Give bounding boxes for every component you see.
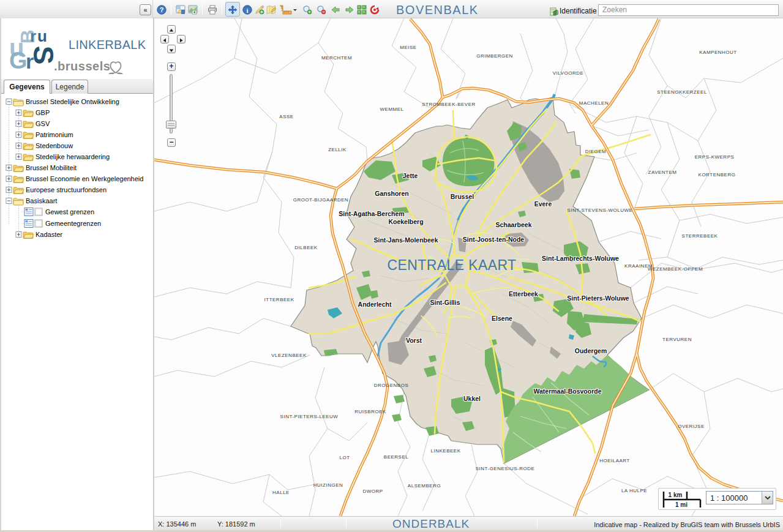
svg-text:ZELLIK: ZELLIK (328, 147, 347, 152)
svg-text:CENTRALE KAART: CENTRALE KAART (388, 257, 517, 273)
svg-text:KORTENBERG: KORTENBERG (699, 172, 736, 178)
svg-text:SINT-STEVENS-WOLUWE: SINT-STEVENS-WOLUWE (568, 208, 633, 213)
svg-text:ERPS-KWERPS: ERPS-KWERPS (695, 154, 735, 160)
svg-text:WEMMEL: WEMMEL (380, 107, 404, 112)
svg-text:VILVOORDE: VILVOORDE (553, 70, 584, 76)
svg-text:LOT: LOT (339, 455, 350, 460)
svg-text:DROGENBOS: DROGENBOS (374, 383, 409, 388)
svg-text:TERVUREN: TERVUREN (662, 337, 692, 342)
svg-text:Sint-Agatha-Berchem: Sint-Agatha-Berchem (339, 210, 404, 217)
svg-text:u: u (37, 27, 47, 45)
svg-text:Anderlecht: Anderlecht (358, 301, 392, 308)
svg-text:VLEZENBEEK: VLEZENBEEK (271, 353, 307, 358)
svg-text:HALLE: HALLE (272, 490, 290, 495)
svg-text:STEENOKKERZEEL: STEENOKKERZEEL (657, 89, 707, 95)
svg-text:DWORP: DWORP (362, 489, 383, 494)
svg-text:ZAVENTEM: ZAVENTEM (648, 170, 677, 175)
svg-text:DILBEEK: DILBEEK (294, 245, 317, 250)
svg-text:?: ? (160, 6, 164, 13)
svg-text:HOEILAART: HOEILAART (599, 458, 630, 463)
svg-text:r: r (30, 27, 36, 45)
svg-text:Watermaal-Bosvoorde: Watermaal-Bosvoorde (533, 388, 601, 395)
svg-text:STROMBEEK-BEVER: STROMBEEK-BEVER (422, 102, 476, 107)
svg-text:Sint-Jans-Molenbeek: Sint-Jans-Molenbeek (373, 236, 438, 244)
svg-text:Sint-Joost-ten-Node: Sint-Joost-ten-Node (463, 236, 524, 243)
svg-text:Ukkel: Ukkel (463, 395, 481, 402)
svg-text:MEISE: MEISE (400, 45, 416, 50)
svg-text:KAMPENHOUT: KAMPENHOUT (699, 50, 736, 55)
svg-text:MACHELEN: MACHELEN (579, 100, 609, 106)
svg-text:ALSEMBERG: ALSEMBERG (408, 483, 441, 489)
svg-text:Sint-Pieters-Woluwe: Sint-Pieters-Woluwe (567, 294, 629, 302)
svg-text:G: G (9, 48, 28, 72)
svg-text:Koekelberg: Koekelberg (388, 218, 423, 225)
svg-text:DIEGEM: DIEGEM (585, 149, 607, 154)
svg-text:i: i (246, 7, 248, 14)
svg-text:Etterbeek: Etterbeek (509, 290, 538, 298)
svg-text:Oudergem: Oudergem (575, 347, 607, 354)
svg-text:Elsene: Elsene (492, 315, 512, 322)
svg-text:Vorst: Vorst (406, 337, 422, 344)
svg-text:Sint-Gillis: Sint-Gillis (430, 299, 460, 306)
svg-text:GRIMBERGEN: GRIMBERGEN (476, 53, 513, 59)
svg-text:1 mi: 1 mi (675, 501, 687, 508)
svg-text:BEERSEL: BEERSEL (384, 454, 408, 460)
svg-text:RUISBROEK: RUISBROEK (354, 409, 386, 414)
svg-text:WEZEMBEEK-OPPEM: WEZEMBEEK-OPPEM (648, 266, 703, 272)
svg-text:OVERIJSE: OVERIJSE (678, 424, 705, 429)
svg-text:Jette: Jette (403, 172, 418, 179)
svg-text:ASSE: ASSE (279, 114, 293, 119)
svg-text:GROOT-BIJGAARDEN: GROOT-BIJGAARDEN (293, 197, 349, 203)
svg-text:MERCHTEM: MERCHTEM (321, 55, 352, 61)
svg-text:ITTERBEEK: ITTERBEEK (264, 297, 294, 302)
svg-text:Ganshoren: Ganshoren (375, 190, 408, 197)
svg-text:SINT-PIETERS-LEEUW: SINT-PIETERS-LEEUW (280, 414, 339, 419)
svg-text:LINKEBEEK: LINKEBEEK (431, 448, 461, 454)
svg-text:HUIZINGEN: HUIZINGEN (313, 482, 343, 488)
svg-text:STERREBEEK: STERREBEEK (682, 233, 718, 239)
svg-text:Evere: Evere (534, 200, 552, 208)
svg-text:S: S (28, 46, 57, 65)
svg-text:LA HULPE: LA HULPE (621, 488, 647, 493)
svg-text:Schaarbeek: Schaarbeek (496, 221, 532, 228)
svg-text:Brussel: Brussel (451, 193, 474, 200)
svg-text:1 km: 1 km (669, 492, 683, 498)
svg-text:Sint-Lambrechts-Woluwe: Sint-Lambrechts-Woluwe (542, 255, 619, 262)
svg-text:SINT-GENESIUS-RODE: SINT-GENESIUS-RODE (476, 466, 535, 471)
